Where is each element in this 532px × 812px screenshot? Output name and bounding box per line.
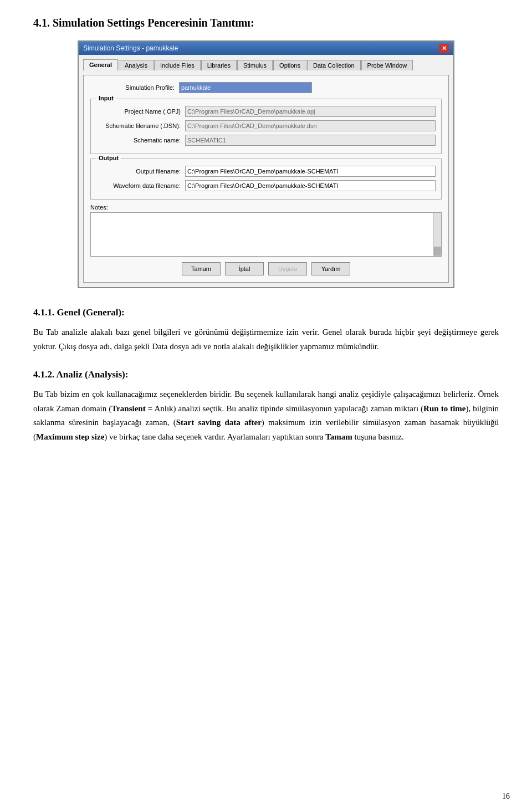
tab-analysis[interactable]: Analysis [119,60,154,70]
bold-tamam: Tamam [325,432,352,441]
dialog-close-button[interactable]: ✕ [439,44,449,53]
output-group: Output Output filename: Waveform data fi… [90,159,442,200]
section-411-text: Bu Tab analizle alakalı bazı genel bilgi… [33,325,499,354]
help-button[interactable]: Yardım [311,262,350,275]
output-group-content: Output filename: Waveform data filename: [96,166,436,191]
simulation-profile-label: Simulation Profile: [90,84,179,91]
output-filename-label: Output filename: [96,168,185,175]
notes-wrapper [90,212,442,257]
waveform-row: Waveform data filename: [96,180,436,191]
project-name-row: Project Name (.OPJ) [96,106,436,117]
notes-section: Notes: [90,204,442,257]
tabs-row: General Analysis Include Files Libraries… [83,59,449,70]
bold-transient: Transient [111,404,145,413]
notes-input[interactable] [90,212,433,257]
cancel-button[interactable]: İptal [225,262,264,275]
schematic-name-row: Schematic name: [96,135,436,146]
tab-libraries[interactable]: Libraries [201,60,237,70]
tab-options[interactable]: Options [273,60,306,70]
bold-run-to-time: Run to time [423,404,466,413]
simulation-profile-input[interactable] [179,82,312,93]
scrollbar-up-thumb [434,247,441,256]
page-heading: 4.1. Simulation Settings Penceresinin Ta… [33,17,499,29]
section-411-heading: 4.1.1. Genel (General): [33,305,499,320]
dialog-body: General Analysis Include Files Libraries… [79,55,453,287]
notes-scrollbar[interactable] [433,212,442,257]
input-group: Input Project Name (.OPJ) Schematic file… [90,99,442,154]
bold-start-saving: Start saving data after [176,418,262,427]
tab-data-collection[interactable]: Data Collection [307,60,361,70]
section-412-text: Bu Tab bizim en çok kullanacağımız seçen… [33,387,499,444]
ok-button[interactable]: Tamam [182,262,221,275]
tab-stimulus[interactable]: Stimulus [237,60,273,70]
dialog-title: Simulation Settings - pamukkale [83,44,178,52]
section-411: 4.1.1. Genel (General): Bu Tab analizle … [33,305,499,354]
dialog-button-row: Tamam İptal Uygula Yardım [90,262,442,275]
tab-probe-window[interactable]: Probe Window [361,60,413,70]
project-name-label: Project Name (.OPJ) [96,108,185,115]
apply-button[interactable]: Uygula [268,262,307,275]
bold-max-step: Maximum step size [36,432,104,441]
output-group-label: Output [96,155,121,161]
project-name-input[interactable] [185,106,436,117]
schematic-filename-input[interactable] [185,120,436,131]
dialog-titlebar: Simulation Settings - pamukkale ✕ [79,42,453,55]
tab-content-general: Simulation Profile: Input Project Name (… [83,75,449,283]
schematic-name-label: Schematic name: [96,137,185,144]
schematic-name-input[interactable] [185,135,436,146]
waveform-input[interactable] [185,180,436,191]
page-number: 16 [502,792,510,801]
simulation-settings-dialog: Simulation Settings - pamukkale ✕ Genera… [78,40,454,288]
section-412: 4.1.2. Analiz (Analysis): Bu Tab bizim e… [33,367,499,444]
tab-general[interactable]: General [83,59,118,71]
schematic-filename-label: Schematic filename (.DSN): [96,122,185,129]
dialog-wrapper: Simulation Settings - pamukkale ✕ Genera… [33,40,499,288]
schematic-filename-row: Schematic filename (.DSN): [96,120,436,131]
notes-label: Notes: [90,204,442,211]
section-412-heading: 4.1.2. Analiz (Analysis): [33,367,499,382]
output-filename-row: Output filename: [96,166,436,177]
simulation-profile-row: Simulation Profile: [90,82,442,93]
tab-include-files[interactable]: Include Files [154,60,201,70]
output-filename-input[interactable] [185,166,436,177]
waveform-label: Waveform data filename: [96,182,185,189]
input-group-content: Project Name (.OPJ) Schematic filename (… [96,106,436,146]
input-group-label: Input [96,95,116,101]
